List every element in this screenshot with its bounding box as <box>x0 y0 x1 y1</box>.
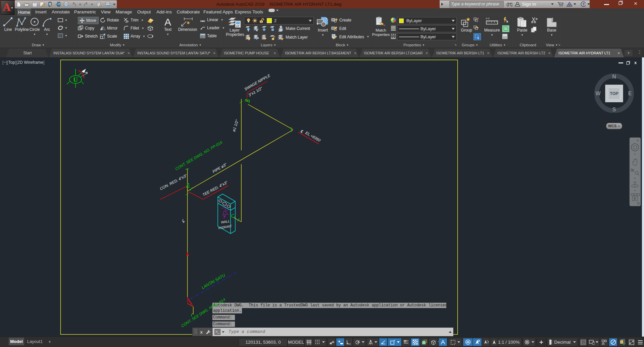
svg-text:ø1 1/2": ø1 1/2" <box>232 119 239 132</box>
svg-text:PIPE ø3": PIPE ø3" <box>212 162 228 174</box>
svg-text:CONT. SEE DWG. NO.: CONT. SEE DWG. NO. <box>181 303 216 328</box>
svg-text:CON. RED. 4"x3": CON. RED. 4"x3" <box>159 173 188 191</box>
svg-text:U: U <box>73 76 78 83</box>
svg-text:S: S <box>612 107 616 112</box>
svg-text:?: ? <box>582 2 585 6</box>
svg-text:A: A <box>3 1 11 13</box>
svg-text:LANTAI SATU: LANTAI SATU <box>201 273 227 290</box>
svg-text:N: N <box>612 74 616 80</box>
svg-text:TOP: TOP <box>610 91 618 96</box>
svg-text:4": 4" <box>181 218 186 223</box>
svg-text:E: E <box>628 91 632 96</box>
svg-text:W: W <box>595 91 601 96</box>
svg-text:TEE RED. 4"x3": TEE RED. 4"x3" <box>202 180 229 197</box>
svg-text:B: B <box>536 17 538 20</box>
svg-text:HYDRANT: HYDRANT <box>218 224 232 230</box>
svg-text:WALL: WALL <box>220 219 230 224</box>
svg-text:CONT. SEE DWG. NO. PP-016: CONT. SEE DWG. NO. PP-016 <box>175 140 223 171</box>
svg-text:A: A <box>164 17 171 28</box>
